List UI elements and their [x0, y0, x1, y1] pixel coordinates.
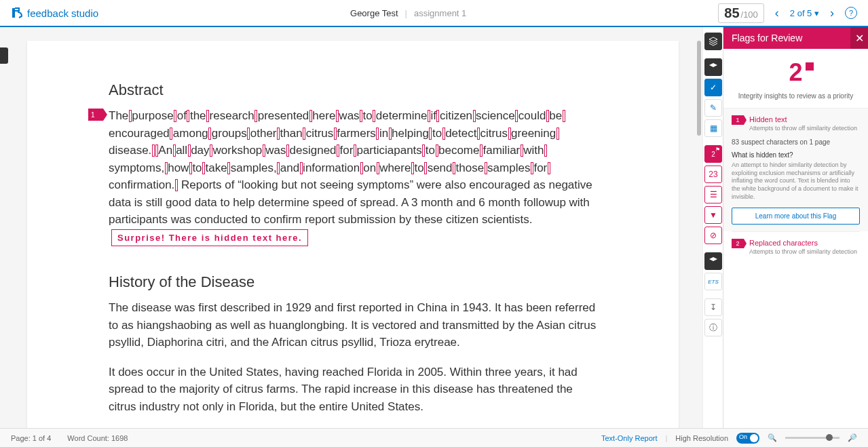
header-center: George Test | assignment 1	[350, 8, 466, 18]
hidden-char-marker	[377, 162, 379, 174]
bars-icon[interactable]: ☰	[704, 186, 722, 203]
flag1-detail: 83 suspect characters on 1 page	[732, 138, 860, 146]
flag2-title: Replaced characters	[749, 239, 857, 247]
hidden-char-marker	[508, 128, 511, 140]
hidden-char-marker	[165, 162, 168, 174]
score-value: 85	[724, 5, 739, 21]
panel-title: Flags for Review	[732, 33, 802, 43]
hidden-char-marker	[436, 110, 439, 122]
history-para-1: The disease was first described in 1929 …	[109, 299, 597, 351]
hidden-char-marker	[334, 128, 337, 140]
flags-tool-icon[interactable]: 2⚑	[704, 145, 722, 163]
flag-item-2[interactable]: 2 Replaced characters Attempts to throw …	[732, 231, 860, 262]
hidden-char-marker	[531, 162, 533, 174]
document-viewport[interactable]: Abstract 1 Thepurposeoftheresearchpresen…	[0, 27, 702, 428]
document-page: Abstract 1 Thepurposeoftheresearchpresen…	[27, 41, 679, 428]
layers-icon[interactable]	[704, 33, 722, 50]
hidden-text-reveal: Surprise! There is hidden text here.	[111, 229, 308, 247]
help-icon[interactable]: ?	[845, 7, 857, 19]
high-res-toggle[interactable]: On	[736, 433, 759, 444]
ets-group-icon[interactable]	[704, 252, 722, 270]
close-icon[interactable]: ✕	[850, 27, 868, 49]
hidden-char-marker	[548, 162, 550, 174]
hidden-char-marker	[360, 162, 363, 174]
hidden-char-marker	[263, 144, 265, 157]
hidden-char-marker	[247, 128, 250, 140]
ets-icon[interactable]: ETS	[704, 273, 722, 290]
app-header: feedback studio George Test | assignment…	[0, 0, 868, 27]
flag2-subtitle: Attempts to throw off similarity detecti…	[749, 248, 857, 255]
hidden-char-marker	[521, 144, 523, 157]
score-total: /100	[741, 9, 758, 20]
hidden-char-marker	[300, 162, 303, 174]
page-dropdown[interactable]: 2 of 5 ▾	[790, 8, 819, 18]
flag-item-1[interactable]: 1 Hidden text Attempts to throw off simi…	[723, 108, 868, 231]
hidden-char-marker	[152, 144, 155, 157]
panel-header: Flags for Review ✕	[723, 27, 868, 49]
hidden-char-marker	[173, 144, 176, 157]
zoom-out-icon[interactable]: 🔍	[768, 433, 777, 442]
hidden-char-marker	[277, 128, 280, 140]
flag1-description: An attempt to hinder similarity detectio…	[732, 161, 860, 201]
hidden-char-marker	[309, 110, 312, 122]
flag-big-number: 2	[789, 58, 802, 87]
hidden-char-marker	[189, 162, 192, 174]
left-collapse-tab[interactable]	[0, 47, 8, 64]
hidden-char-marker	[354, 144, 356, 157]
hidden-char-marker	[546, 110, 549, 122]
heading-abstract: Abstract	[109, 81, 597, 99]
flag-count-display: 2	[732, 58, 860, 87]
flag1-title: Hidden text	[749, 115, 857, 123]
score-box[interactable]: 85 /100	[718, 3, 764, 23]
filter-icon[interactable]: ▼	[704, 206, 722, 224]
flag-badge-1: 1	[732, 115, 744, 125]
hidden-char-marker	[411, 162, 414, 174]
prev-arrow-icon[interactable]: ‹	[772, 3, 782, 23]
student-name: George Test	[350, 8, 398, 18]
history-para-3: 2 The more widely used name for the dise…	[109, 427, 597, 428]
header-right: 85 /100 ‹ 2 of 5 ▾ › ?	[718, 3, 857, 23]
hidden-char-marker	[515, 110, 518, 122]
high-res-label: High Resolution	[675, 434, 728, 442]
footer-bar: Page: 1 of 4 Word Count: 1698 Text-Only …	[0, 428, 868, 447]
heading-history: History of the Disease	[109, 273, 597, 291]
scrollbar-thumb[interactable]	[697, 41, 701, 136]
download-icon[interactable]: ↧	[704, 298, 722, 316]
flag-marker-1[interactable]: 1	[88, 109, 103, 121]
hidden-char-marker	[336, 110, 339, 122]
text-only-link[interactable]: Text-Only Report	[601, 434, 658, 442]
info-icon[interactable]: ⓘ	[704, 319, 722, 336]
black-layers-icon[interactable]	[704, 58, 722, 76]
exclude-icon[interactable]: ⊘	[704, 227, 722, 244]
separator: |	[405, 8, 407, 18]
logo-text: feedback studio	[27, 7, 98, 19]
zoom-slider[interactable]	[785, 437, 839, 439]
grid-icon[interactable]: ▦	[704, 119, 722, 137]
hidden-char-marker	[155, 144, 158, 157]
turnitin-logo-icon	[11, 7, 23, 19]
history-para-2: It does occur in the United States, havi…	[109, 364, 597, 416]
hidden-char-marker	[254, 110, 257, 122]
next-arrow-icon[interactable]: ›	[827, 3, 837, 23]
hidden-char-marker	[129, 110, 132, 122]
hidden-char-marker	[436, 144, 438, 157]
flag1-question: What is hidden text?	[732, 151, 860, 159]
check-icon[interactable]: ✓	[704, 79, 722, 96]
hidden-char-marker	[210, 144, 212, 157]
page-indicator: Page: 1 of 4	[11, 434, 51, 442]
learn-more-button[interactable]: Learn more about this Flag	[732, 208, 860, 225]
hidden-char-marker	[337, 144, 339, 157]
hidden-char-marker	[480, 144, 483, 157]
hidden-char-marker	[174, 110, 176, 122]
main-area: Abstract 1 Thepurposeoftheresearchpresen…	[0, 27, 868, 428]
edit-icon[interactable]: ✎	[704, 99, 722, 117]
zoom-in-icon[interactable]: 🔎	[848, 433, 857, 442]
hidden-char-marker	[360, 110, 362, 122]
hidden-char-marker	[453, 162, 455, 174]
flag-badge-2: 2	[732, 239, 744, 248]
hidden-char-marker	[563, 110, 565, 122]
similarity-count[interactable]: 23	[704, 166, 722, 183]
hidden-char-marker	[170, 128, 172, 140]
hidden-char-marker	[473, 110, 476, 122]
flag1-subtitle: Attempts to throw off similarity detecti…	[749, 125, 857, 132]
